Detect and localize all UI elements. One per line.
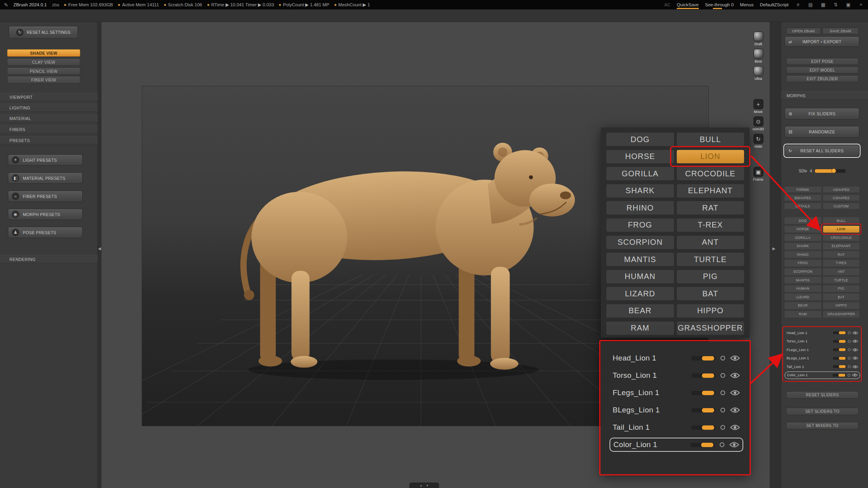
list-icon[interactable]: ≡ (795, 2, 801, 7)
render-best-button[interactable]: Best (749, 49, 767, 63)
quicksave-button[interactable]: QuickSave (677, 2, 699, 7)
panel-animal-pig[interactable]: PIG (823, 285, 860, 292)
overlay-animal-frog[interactable]: FROG (606, 218, 674, 232)
slider-track[interactable] (691, 356, 716, 360)
panel-animal-lion[interactable]: LION (823, 226, 860, 233)
light-presets-button[interactable]: ☀ LIGHT PRESETS (8, 154, 83, 166)
material-presets-button[interactable]: ◧ MATERIAL PRESETS (8, 172, 83, 184)
overlay-animal-bull[interactable]: BULL (677, 133, 744, 146)
panel-animal-rat[interactable]: RAT (823, 251, 860, 258)
overlay-animal-bear[interactable]: BEAR (606, 304, 674, 318)
overlay-animal-dog[interactable]: DOG (606, 133, 674, 146)
zscript-button[interactable]: DefaultZScript (760, 2, 789, 7)
fiber-view-button[interactable]: FIBER VIEW (7, 76, 80, 83)
slider-knob[interactable] (720, 373, 725, 378)
visibility-eye-icon[interactable] (730, 424, 740, 431)
visibility-eye-icon[interactable] (852, 373, 858, 377)
canvas-scroll-widget[interactable]: ▴ ▾ (409, 482, 439, 488)
import-export-button[interactable]: ⇄ IMPORT • EXPORT (785, 36, 859, 47)
visibility-eye-icon[interactable] (852, 356, 858, 360)
section-viewport[interactable]: VIEWPORT (0, 93, 98, 101)
section-material[interactable]: MATERIAL (0, 114, 98, 122)
overlay-animal-grasshopper[interactable]: GRASSHOPPER (677, 322, 744, 335)
overlay-slider-head[interactable]: Head_Lion 1 (609, 351, 743, 365)
panel-slider-color[interactable]: Color_Lion 1 (785, 372, 860, 379)
overlay-animal-rat[interactable]: RAT (677, 201, 744, 214)
panel-slider-torso[interactable]: Torso_Lion 1 (785, 338, 860, 345)
clay-view-button[interactable]: CLAY VIEW (7, 58, 80, 66)
overlay-animal-shark[interactable]: SHARK (606, 184, 674, 198)
slider-knob[interactable] (720, 425, 725, 430)
zbrush-logo-icon[interactable]: ✎ (4, 2, 8, 8)
panel-animal-elephant[interactable]: ELEPHANT (823, 243, 860, 250)
collapse-right-arrow-icon[interactable]: ▶ (772, 246, 776, 251)
sdiv-slider[interactable]: SDiv 4 (799, 169, 846, 173)
layout-panels-icon[interactable]: ▦ (820, 2, 826, 7)
slider-track[interactable] (691, 425, 716, 430)
slider-track[interactable] (691, 408, 716, 412)
overlay-slider-torso[interactable]: Torso_Lion 1 (609, 368, 743, 383)
overlay-slider-flegs[interactable]: FLegs_Lion 1 (609, 386, 743, 400)
rotate-tool-button[interactable]: ↻otate (749, 134, 767, 148)
visibility-eye-icon[interactable] (730, 372, 740, 379)
panel-animal-frog[interactable]: FROG (785, 260, 821, 266)
visibility-eye-icon[interactable] (729, 442, 739, 448)
overlay-animal-rhino[interactable]: RHINO (606, 201, 674, 214)
sdiv-track[interactable] (815, 169, 846, 173)
slider-knob[interactable] (848, 365, 851, 368)
visibility-eye-icon[interactable] (730, 355, 740, 361)
overlay-animal-mantis[interactable]: MANTIS (606, 253, 674, 266)
section-morphs[interactable]: MORPHS (781, 91, 868, 100)
slider-track[interactable] (833, 365, 846, 368)
section-lighting[interactable]: LIGHTING (0, 104, 98, 112)
overlay-animal-lizard[interactable]: LIZARD (606, 287, 674, 300)
visibility-eye-icon[interactable] (852, 339, 858, 343)
overlay-animal-gorilla[interactable]: GORILLA (606, 167, 674, 180)
open-zbuild-button[interactable]: OPEN ZBuild (786, 28, 821, 34)
move-tool-button[interactable]: +Move (749, 99, 767, 114)
slider-track[interactable] (691, 373, 716, 378)
slider-knob[interactable] (720, 356, 725, 360)
panel-animal-bull[interactable]: BULL (823, 217, 860, 224)
custom-button[interactable]: CUSTOM (823, 203, 860, 209)
panel-animal-crocodile[interactable]: CROCODILE (823, 234, 860, 241)
scroll-down-icon[interactable]: ▾ (427, 484, 428, 487)
overlay-animal-pig[interactable]: PIG (677, 270, 744, 283)
panel-animal-mantis[interactable]: MANTIS (785, 277, 821, 283)
panel-animal-trex[interactable]: T-REX (823, 260, 860, 266)
see-through-slider[interactable]: See-through 0 (705, 2, 734, 7)
pose-presets-button[interactable]: ♟ POSE PRESETS (8, 227, 83, 238)
left-splitter[interactable] (98, 22, 102, 488)
close-icon[interactable]: × (858, 2, 864, 7)
overlay-animal-bat[interactable]: BAT (677, 287, 744, 300)
section-rendering[interactable]: RENDERING (0, 255, 98, 263)
panel-animal-bear[interactable]: BEAR (785, 302, 821, 309)
render-ultra-button[interactable]: Ultra (749, 66, 767, 81)
forms-button[interactable]: FORMS (785, 187, 821, 192)
cshapes-button[interactable]: CSHAPES (823, 195, 860, 201)
visibility-eye-icon[interactable] (852, 365, 858, 369)
zoom3d-tool-button[interactable]: ⊙oom3D (749, 116, 767, 131)
panel-animal-ant[interactable]: ANT (823, 268, 860, 275)
slider-track[interactable] (691, 443, 715, 447)
slider-track[interactable] (833, 348, 846, 351)
panel-animal-shark[interactable]: SHARK (785, 243, 821, 250)
bshapes-button[interactable]: BSHAPES (785, 195, 821, 201)
render-draft-button[interactable]: Draft (749, 31, 767, 46)
edit-model-button[interactable]: EDIT MODEL (786, 67, 859, 74)
slider-track[interactable] (833, 374, 846, 377)
overlay-animal-turtle[interactable]: TURTLE (677, 253, 744, 266)
panel-animal-hippo[interactable]: HIPPO (823, 302, 860, 309)
panel-slider-blegs[interactable]: BLegs_Lion 1 (785, 355, 860, 362)
overlay-animal-crocodile[interactable]: CROCODILE (677, 167, 744, 180)
morph-presets-button[interactable]: ◉ MORPH PRESETS (8, 209, 83, 220)
overlay-animal-horse[interactable]: HORSE (606, 150, 674, 163)
scroll-up-icon[interactable]: ▴ (420, 484, 422, 487)
panel-animal-rhino[interactable]: RHINO (785, 251, 821, 258)
panel-animal-gorilla[interactable]: GORILLA (785, 234, 821, 241)
panel-animal-scorpion[interactable]: SCORPION (785, 268, 821, 275)
panel-animal-human[interactable]: HUMAN (785, 285, 821, 292)
visibility-eye-icon[interactable] (730, 407, 740, 413)
panel-slider-flegs[interactable]: FLegs_Lion 1 (785, 346, 860, 353)
randomize-button[interactable]: ⚄ RANDOMIZE (785, 126, 859, 138)
